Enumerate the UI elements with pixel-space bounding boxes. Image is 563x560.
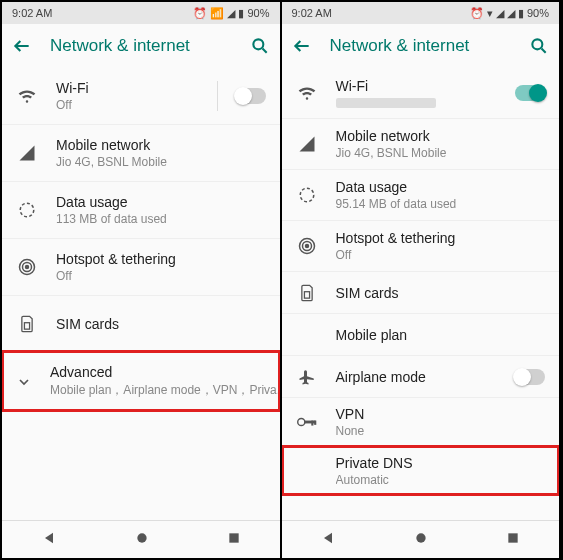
phone-left: 9:02 AM ⏰ 📶 ◢ ▮ 90% Network & internet W…	[2, 2, 282, 558]
mobile-icon	[296, 135, 318, 153]
dns-label: Private DNS	[336, 455, 546, 471]
row-data[interactable]: Data usage 113 MB of data used	[2, 181, 280, 238]
hotspot-icon	[296, 237, 318, 255]
sim-label: SIM cards	[336, 285, 546, 301]
row-wifi[interactable]: Wi-Fi Off	[2, 68, 280, 124]
hotspot-label: Hotspot & tethering	[56, 251, 266, 267]
signal-icon-2: ◢	[507, 7, 515, 20]
status-icons: ⏰ ▾ ◢ ◢ ▮ 90%	[470, 7, 549, 20]
airplane-toggle[interactable]	[515, 369, 545, 385]
nav-recent-icon[interactable]	[506, 531, 520, 549]
wifi-label: Wi-Fi	[56, 80, 199, 96]
svg-rect-7	[229, 533, 238, 542]
row-mobile[interactable]: Mobile network Jio 4G, BSNL Mobile	[282, 118, 560, 169]
status-time: 9:02 AM	[292, 7, 332, 19]
wifi-status-icon: ▾	[487, 7, 493, 20]
page-title: Network & internet	[50, 36, 232, 56]
signal-icon: 📶	[210, 7, 224, 20]
phone-right: 9:02 AM ⏰ ▾ ◢ ◢ ▮ 90% Network & internet…	[282, 2, 562, 558]
svg-rect-19	[509, 533, 518, 542]
vpn-key-icon	[296, 415, 318, 429]
dns-sub: Automatic	[336, 473, 546, 487]
svg-point-0	[253, 39, 263, 49]
nav-recent-icon[interactable]	[227, 531, 241, 549]
hotspot-label: Hotspot & tethering	[336, 230, 546, 246]
signal-icon: ◢	[496, 7, 504, 20]
svg-point-9	[300, 188, 314, 202]
row-data[interactable]: Data usage 95.14 MB of data used	[282, 169, 560, 220]
row-hotspot[interactable]: Hotspot & tethering Off	[2, 238, 280, 295]
nav-back-icon[interactable]	[41, 530, 57, 550]
row-mobile[interactable]: Mobile network Jio 4G, BSNL Mobile	[2, 124, 280, 181]
data-sub: 113 MB of data used	[56, 212, 266, 226]
settings-list: Wi-Fi Off Mobile network Jio 4G, BSNL Mo…	[2, 68, 280, 520]
row-airplane[interactable]: Airplane mode	[282, 355, 560, 397]
hotspot-icon	[16, 258, 38, 276]
sim-icon	[296, 284, 318, 302]
advanced-label: Advanced	[50, 364, 280, 380]
svg-rect-15	[304, 421, 315, 424]
vpn-label: VPN	[336, 406, 546, 422]
status-icons: ⏰ 📶 ◢ ▮ 90%	[193, 7, 269, 20]
row-sim[interactable]: SIM cards	[282, 271, 560, 313]
signal-icon-2: ◢	[227, 7, 235, 20]
wifi-toggle[interactable]	[515, 85, 545, 101]
data-icon	[16, 201, 38, 219]
svg-rect-13	[304, 291, 309, 297]
svg-point-14	[297, 418, 304, 425]
nav-home-icon[interactable]	[134, 530, 150, 550]
navbar	[282, 520, 560, 558]
divider	[217, 81, 218, 111]
sim-icon	[16, 315, 38, 333]
wifi-icon	[296, 83, 318, 103]
data-sub: 95.14 MB of data used	[336, 197, 546, 211]
data-label: Data usage	[56, 194, 266, 210]
status-time: 9:02 AM	[12, 7, 52, 19]
battery-percent: 90%	[527, 7, 549, 19]
hotspot-sub: Off	[336, 248, 546, 262]
plan-label: Mobile plan	[336, 327, 546, 343]
airplane-label: Airplane mode	[336, 369, 498, 385]
data-icon	[296, 186, 318, 204]
app-header: Network & internet	[2, 24, 280, 68]
mobile-icon	[16, 144, 38, 162]
nav-back-icon[interactable]	[320, 530, 336, 550]
wifi-icon	[16, 86, 38, 106]
chevron-down-icon	[16, 374, 32, 390]
svg-point-1	[20, 203, 34, 217]
sim-label: SIM cards	[56, 316, 266, 332]
alarm-icon: ⏰	[470, 7, 484, 20]
wifi-sub: Off	[56, 98, 199, 112]
row-private-dns[interactable]: Private DNS Automatic	[282, 446, 560, 495]
search-icon[interactable]	[250, 36, 270, 56]
back-icon[interactable]	[292, 36, 312, 56]
svg-point-10	[305, 245, 308, 248]
wifi-toggle[interactable]	[236, 88, 266, 104]
back-icon[interactable]	[12, 36, 32, 56]
row-advanced[interactable]: Advanced Mobile plan，Airplane mode，VPN，P…	[2, 351, 280, 411]
row-mobile-plan[interactable]: Mobile plan	[282, 313, 560, 355]
alarm-icon: ⏰	[193, 7, 207, 20]
statusbar: 9:02 AM ⏰ ▾ ◢ ◢ ▮ 90%	[282, 2, 560, 24]
mobile-label: Mobile network	[56, 137, 266, 153]
navbar	[2, 520, 280, 558]
advanced-sub: Mobile plan，Airplane mode，VPN，Priva..	[50, 382, 280, 399]
row-vpn[interactable]: VPN None	[282, 397, 560, 446]
svg-point-2	[26, 266, 29, 269]
search-icon[interactable]	[529, 36, 549, 56]
svg-rect-17	[314, 421, 316, 425]
battery-icon: ▮	[518, 7, 524, 20]
svg-rect-16	[311, 421, 313, 426]
row-wifi[interactable]: Wi-Fi	[282, 68, 560, 118]
svg-point-18	[417, 533, 426, 542]
airplane-icon	[296, 368, 318, 386]
battery-icon: ▮	[238, 7, 244, 20]
svg-point-8	[532, 39, 542, 49]
nav-home-icon[interactable]	[413, 530, 429, 550]
hotspot-sub: Off	[56, 269, 266, 283]
data-label: Data usage	[336, 179, 546, 195]
row-hotspot[interactable]: Hotspot & tethering Off	[282, 220, 560, 271]
mobile-sub: Jio 4G, BSNL Mobile	[56, 155, 266, 169]
row-sim[interactable]: SIM cards	[2, 295, 280, 351]
mobile-sub: Jio 4G, BSNL Mobile	[336, 146, 546, 160]
